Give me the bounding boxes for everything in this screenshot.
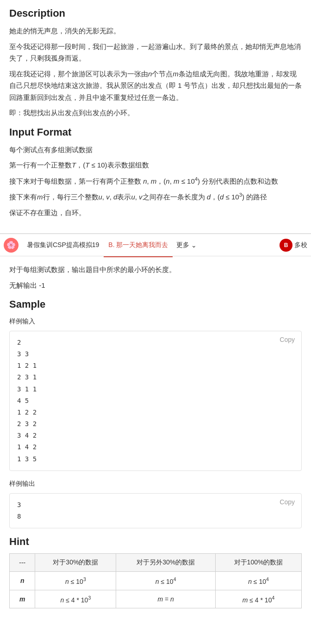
copy-input-button[interactable]: Copy — [277, 335, 298, 344]
input-line-2: 第一行有一个正整数T，(T ≤ 10)表示数据组数 — [9, 159, 302, 171]
sample-input-code: 2 3 3 1 2 1 2 3 1 3 1 1 4 5 1 2 2 2 3 2 … — [17, 337, 296, 465]
avatar-icon: B — [284, 242, 288, 248]
sample-output-code: 3 8 — [17, 499, 296, 522]
input-line-3: 接下来对于每组数据，第一行有两个正整数 n, m，(n, m ≤ 104) 分别… — [9, 175, 302, 187]
desc-para-4: 即：我想找出从出发点到出发点的小环。 — [9, 107, 302, 119]
output-format-section: 对于每组测试数据，输出题目中所求的最小环的长度。 无解输出 -1 — [9, 264, 302, 291]
hint-row-n-label: n — [10, 572, 35, 590]
navbar-logo: 🌸 — [4, 238, 19, 253]
navbar: 🌸 暑假集训CSP提高模拟19 B. 那一天她离我而去 更多 ⌄ B 多校 — [0, 233, 311, 256]
input-format-section: Input Format 每个测试点有多组测试数据 第一行有一个正整数T，(T … — [9, 126, 302, 219]
navbar-right: B 多校 — [280, 239, 307, 252]
navbar-more-label: 更多 — [176, 241, 189, 249]
input-line-1: 每个测试点有多组测试数据 — [9, 144, 302, 156]
sample-input-block: Copy 2 3 3 1 2 1 2 3 1 3 1 1 4 5 1 2 2 2… — [9, 331, 302, 471]
chevron-down-icon: ⌄ — [191, 242, 197, 249]
hint-col-header-0: --- — [10, 554, 35, 572]
copy-output-button[interactable]: Copy — [277, 497, 298, 507]
svg-text:🌸: 🌸 — [6, 241, 16, 249]
hint-section: Hint --- 对于30%的数据 对于另外30%的数据 对于100%的数据 n… — [9, 536, 302, 608]
navbar-more[interactable]: 更多 ⌄ — [173, 241, 200, 249]
hint-col-header-1: 对于30%的数据 — [35, 554, 116, 572]
input-format-heading: Input Format — [9, 126, 302, 138]
navbar-item-contest[interactable]: 暑假集训CSP提高模拟19 — [22, 234, 104, 257]
navbar-item-problem[interactable]: B. 那一天她离我而去 — [104, 234, 173, 257]
hint-row-m-col1: n ≤ 4 * 103 — [35, 590, 116, 608]
hint-row-m-col2: m = n — [116, 590, 216, 608]
hint-row-n: n n ≤ 103 n ≤ 104 n ≤ 104 — [10, 572, 302, 590]
sample-input-label: 样例输入 — [9, 316, 302, 327]
hint-row-n-col3: n ≤ 104 — [216, 572, 302, 590]
input-line-4: 接下来有m行，每行三个整数u, v, d表示u, v之间存在一条长度为 d，(d… — [9, 191, 302, 203]
navbar-campus-label: 多校 — [294, 241, 307, 249]
description-section: Description 她走的悄无声息，消失的无影无踪。 至今我还记得那一段时间… — [9, 7, 302, 119]
description-heading: Description — [9, 7, 302, 19]
hint-col-header-2: 对于另外30%的数据 — [116, 554, 216, 572]
hint-table: --- 对于30%的数据 对于另外30%的数据 对于100%的数据 n n ≤ … — [9, 553, 302, 608]
hint-col-header-3: 对于100%的数据 — [216, 554, 302, 572]
desc-para-3: 现在我还记得，那个旅游区可以表示为一张由n个节点m条边组成无向图。我故地重游，却… — [9, 68, 302, 104]
hint-row-m-label: m — [10, 590, 35, 608]
hint-row-n-col1: n ≤ 103 — [35, 572, 116, 590]
hint-row-m-col3: m ≤ 4 * 104 — [216, 590, 302, 608]
desc-para-2: 至今我还记得那一段时间，我们一起旅游，一起游遍山水。到了最终的景点，她却悄无声息… — [9, 41, 302, 64]
hint-row-n-col2: n ≤ 104 — [116, 572, 216, 590]
hint-table-header-row: --- 对于30%的数据 对于另外30%的数据 对于100%的数据 — [10, 554, 302, 572]
output-line-2: 无解输出 -1 — [9, 279, 302, 291]
output-line-1: 对于每组测试数据，输出题目中所求的最小环的长度。 — [9, 264, 302, 276]
desc-para-1: 她走的悄无声息，消失的无影无踪。 — [9, 25, 302, 37]
input-line-5: 保证不存在重边，自环。 — [9, 207, 302, 219]
navbar-avatar[interactable]: B — [280, 239, 292, 252]
sample-output-block: Copy 3 8 — [9, 493, 302, 528]
hint-row-m: m n ≤ 4 * 103 m = n m ≤ 4 * 104 — [10, 590, 302, 608]
sample-output-label: 样例输出 — [9, 478, 302, 489]
sample-section: Sample 样例输入 Copy 2 3 3 1 2 1 2 3 1 3 1 1… — [9, 298, 302, 528]
hint-heading: Hint — [9, 536, 302, 548]
sample-heading: Sample — [9, 298, 302, 310]
